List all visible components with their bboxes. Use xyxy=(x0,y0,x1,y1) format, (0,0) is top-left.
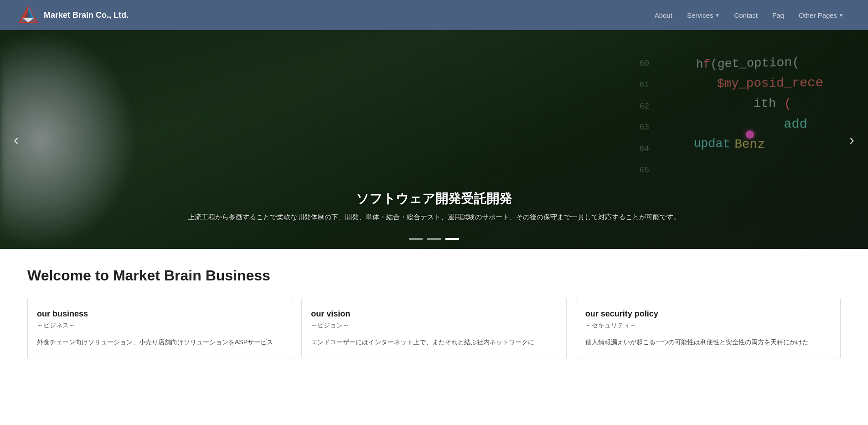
main-content: Welcome to Market Brain Business our bus… xyxy=(0,249,868,378)
card-vision-subtitle: ～ビジョン～ xyxy=(311,321,557,330)
nav-item-services[interactable]: Services ▼ xyxy=(681,8,726,23)
svg-marker-4 xyxy=(22,18,34,22)
card-security-text: 個人情報漏えいが起こる一つの可能性は利便性と安全性の両方を天秤にかけた xyxy=(585,337,831,348)
nav-link-contact[interactable]: Contact xyxy=(728,8,764,23)
card-vision-text: エンドユーザーにはインターネット上で、またそれと結ぶ社内ネットワークに xyxy=(311,337,557,348)
navbar: Market Brain Co., Ltd. About Services ▼ … xyxy=(0,0,868,30)
navbar-brand[interactable]: Market Brain Co., Ltd. xyxy=(18,5,129,25)
card-security-title: our security policy xyxy=(585,309,831,319)
nav-link-services[interactable]: Services ▼ xyxy=(681,8,726,23)
carousel-indicator-1[interactable] xyxy=(427,238,441,240)
nav-item-contact[interactable]: Contact xyxy=(728,8,764,23)
carousel-next-button[interactable]: › xyxy=(840,127,863,153)
card-business: our business ～ビジネス～ 外食チェーン向けソリューション、小売り店… xyxy=(27,298,292,359)
hero-subtitle: 上流工程から参画することで柔軟な開発体制の下、開発、単体・結合・総合テスト、運用… xyxy=(0,213,868,222)
nav-link-about[interactable]: About xyxy=(648,8,679,23)
services-dropdown-arrow: ▼ xyxy=(715,13,719,18)
card-security-subtitle: ～セキュリティ～ xyxy=(585,321,831,330)
carousel-indicator-2[interactable] xyxy=(445,238,459,240)
nav-link-faq[interactable]: Faq xyxy=(766,8,790,23)
hero-content: ソフトウェア開発受託開発 上流工程から参画することで柔軟な開発体制の下、開発、単… xyxy=(0,190,868,222)
nav-item-faq[interactable]: Faq xyxy=(766,8,790,23)
card-business-text: 外食チェーン向けソリューション、小売り店舗向けソリューションをASPサービス xyxy=(37,337,283,348)
brand-name: Market Brain Co., Ltd. xyxy=(44,10,129,20)
card-security: our security policy ～セキュリティ～ 個人情報漏えいが起こる… xyxy=(576,298,841,359)
carousel-prev-button[interactable]: ‹ xyxy=(5,127,28,153)
welcome-heading: Welcome to Market Brain Business xyxy=(27,267,841,284)
hero-section: 606162636465 hf(get_option( $my_posid_re… xyxy=(0,30,868,249)
carousel-indicator-0[interactable] xyxy=(409,238,423,240)
cards-row: our business ～ビジネス～ 外食チェーン向けソリューション、小売り店… xyxy=(27,298,841,359)
nav-item-other-pages[interactable]: Other Pages ▼ xyxy=(792,8,850,23)
card-business-title: our business xyxy=(37,309,283,319)
main-nav: About Services ▼ Contact Faq Other Pages… xyxy=(648,8,850,23)
carousel-indicators xyxy=(0,238,868,240)
card-business-subtitle: ～ビジネス～ xyxy=(37,321,283,330)
card-vision-title: our vision xyxy=(311,309,557,319)
nav-item-about[interactable]: About xyxy=(648,8,679,23)
nav-link-other-pages[interactable]: Other Pages ▼ xyxy=(792,8,850,23)
other-pages-dropdown-arrow: ▼ xyxy=(839,13,843,18)
logo-icon xyxy=(18,5,38,25)
hero-title: ソフトウェア開発受託開発 xyxy=(0,190,868,207)
card-vision: our vision ～ビジョン～ エンドユーザーにはインターネット上で、またそ… xyxy=(301,298,566,359)
